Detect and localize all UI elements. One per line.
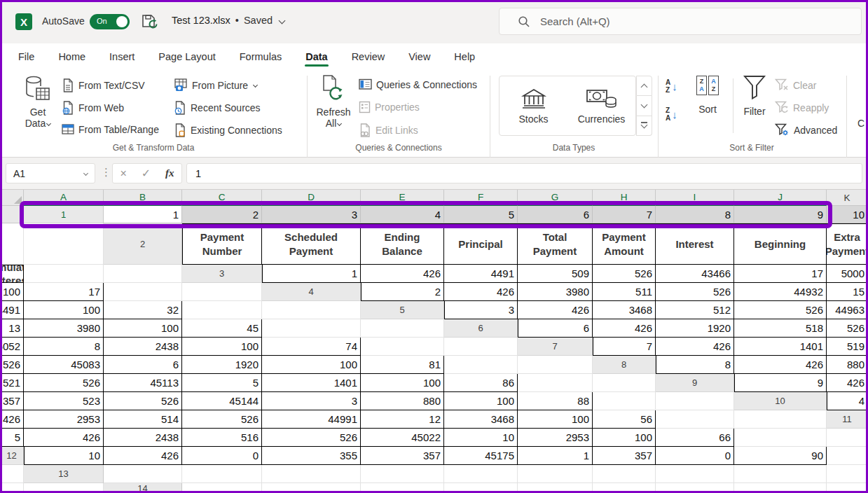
cell-E9[interactable]: 526 <box>104 392 182 410</box>
cell-H5[interactable]: 3980 <box>24 319 104 338</box>
column-header-A[interactable]: A <box>24 190 104 206</box>
cell-B2[interactable]: Scheduled Payment <box>262 223 361 265</box>
cell-D13[interactable] <box>361 465 444 483</box>
cell-A2[interactable]: Payment Number <box>182 223 262 265</box>
cell-A13[interactable] <box>104 465 182 483</box>
cell-G4[interactable]: 15 <box>827 283 868 301</box>
cell-C5[interactable]: 3468 <box>593 301 656 319</box>
cell-A4[interactable]: 2 <box>361 283 444 301</box>
from-text-csv-button[interactable]: From Text/CSV <box>62 78 145 92</box>
cell-B8[interactable]: 426 <box>734 356 827 374</box>
column-header-C[interactable]: C <box>182 190 262 206</box>
cell-G2[interactable]: Interest <box>656 223 734 265</box>
cell-I11[interactable]: 100 <box>593 429 656 447</box>
cell-B4[interactable]: 426 <box>444 283 518 301</box>
sort-button[interactable]: ZA AZ Sort <box>691 76 724 115</box>
cell-K12[interactable] <box>827 447 868 465</box>
sort-ascending-button[interactable]: AZ ↓ <box>666 78 677 94</box>
column-header-J[interactable]: J <box>734 190 827 206</box>
cell-J11[interactable]: 66 <box>656 429 734 447</box>
tab-page-layout[interactable]: Page Layout <box>157 45 216 69</box>
cell-J3[interactable]: 17 <box>24 283 104 301</box>
cell-F2[interactable]: Payment Amount <box>593 223 656 265</box>
cell-C13[interactable] <box>262 465 361 483</box>
tab-home[interactable]: Home <box>57 45 87 69</box>
cell-E8[interactable]: 526 <box>24 374 104 392</box>
cell-F10[interactable]: 44991 <box>262 410 361 429</box>
cell-C14[interactable] <box>361 483 444 493</box>
cell-E13[interactable] <box>444 465 518 483</box>
cell-I6[interactable]: 100 <box>182 338 262 356</box>
sort-descending-button[interactable]: ZA ↓ <box>666 106 677 122</box>
cell-A12[interactable]: 10 <box>24 447 104 465</box>
cell-A3[interactable]: 1 <box>262 265 361 283</box>
insert-function-button[interactable]: fx <box>165 167 174 179</box>
gallery-up-button[interactable] <box>636 76 652 96</box>
row-header-7[interactable]: 7 <box>518 338 593 356</box>
cell-B11[interactable]: 426 <box>24 429 104 447</box>
cell-E4[interactable]: 526 <box>656 283 734 301</box>
cell-C4[interactable]: 3980 <box>518 283 593 301</box>
cell-F11[interactable]: 45022 <box>361 429 444 447</box>
cancel-button[interactable]: × <box>120 167 126 180</box>
cell-K6[interactable] <box>361 338 444 356</box>
cell-I3[interactable]: 100 <box>0 283 24 301</box>
cell-H9[interactable]: 880 <box>361 392 444 410</box>
cell-F12[interactable]: 45175 <box>444 447 518 465</box>
column-header-D[interactable]: D <box>262 190 361 206</box>
gallery-down-button[interactable] <box>636 96 652 116</box>
cell-J5[interactable]: 45 <box>182 319 262 338</box>
cell-H3[interactable]: 5000 <box>827 265 868 283</box>
cell-F13[interactable] <box>518 465 593 483</box>
cell-K10[interactable] <box>656 410 734 429</box>
cell-D2[interactable]: Principal <box>444 223 518 265</box>
cell-H11[interactable]: 2953 <box>518 429 593 447</box>
cell-D4[interactable]: 511 <box>593 283 656 301</box>
row-header-5[interactable]: 5 <box>361 301 444 319</box>
existing-connections-button[interactable]: Existing Connections <box>174 123 282 137</box>
column-header-F[interactable]: F <box>444 190 518 206</box>
row-header-4[interactable]: 4 <box>262 283 361 301</box>
tab-help[interactable]: Help <box>453 45 476 69</box>
tab-review[interactable]: Review <box>350 45 387 69</box>
column-header-G[interactable]: G <box>518 190 593 206</box>
queries-connections-button[interactable]: Queries & Connections <box>359 78 477 90</box>
cell-C2[interactable]: Ending Balance <box>361 223 444 265</box>
cell-I12[interactable]: 0 <box>656 447 734 465</box>
column-header-I[interactable]: I <box>656 190 734 206</box>
cell-I5[interactable]: 100 <box>104 319 182 338</box>
cell-H2[interactable]: Beginning <box>734 223 827 265</box>
cell-E14[interactable] <box>518 483 593 493</box>
cell-H12[interactable]: 357 <box>593 447 656 465</box>
tab-file[interactable]: File <box>17 45 36 69</box>
select-all-corner[interactable] <box>0 190 24 206</box>
cell-J9[interactable]: 88 <box>518 392 593 410</box>
cell-K1[interactable] <box>0 223 24 265</box>
row-header-9[interactable]: 9 <box>656 374 734 392</box>
excel-logo-icon[interactable]: X <box>15 13 32 30</box>
cell-I9[interactable]: 100 <box>444 392 518 410</box>
stocks-button[interactable]: Stocks <box>500 76 567 135</box>
cell-F8[interactable]: 45113 <box>104 374 182 392</box>
cell-G12[interactable]: 1 <box>518 447 593 465</box>
cell-A9[interactable]: 9 <box>734 374 827 392</box>
row-header-2[interactable]: 2 <box>104 223 182 265</box>
cell-G9[interactable]: 3 <box>262 392 361 410</box>
cell-G7[interactable]: 6 <box>104 356 182 374</box>
row-header-8[interactable]: 8 <box>593 356 656 374</box>
cell-K3[interactable] <box>104 283 182 301</box>
row-header-11[interactable]: 11 <box>827 410 868 429</box>
cell-A11[interactable]: 5 <box>0 429 24 447</box>
autosave-toggle[interactable]: On <box>90 14 130 29</box>
cell-F6[interactable]: 45052 <box>0 338 24 356</box>
advanced-filter-button[interactable]: Advanced <box>775 123 837 137</box>
cell-K13[interactable] <box>0 483 24 493</box>
cell-A8[interactable]: 8 <box>656 356 734 374</box>
cell-H4[interactable]: 4491 <box>0 301 24 319</box>
cell-B6[interactable]: 426 <box>593 319 656 338</box>
cell-C3[interactable]: 4491 <box>444 265 518 283</box>
cell-G8[interactable]: 5 <box>182 374 262 392</box>
cell-B3[interactable]: 426 <box>361 265 444 283</box>
from-table-range-button[interactable]: From Table/Range <box>62 123 159 136</box>
column-header-B[interactable]: B <box>104 190 182 206</box>
